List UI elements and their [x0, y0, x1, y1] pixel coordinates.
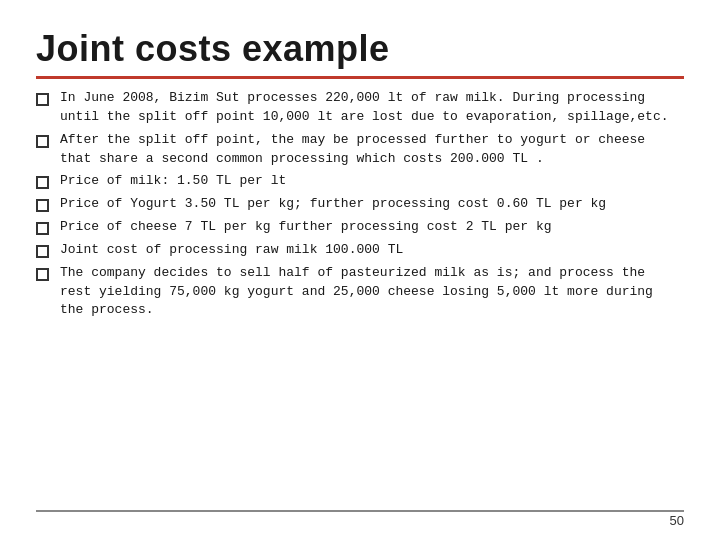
bullet-text: Price of milk: 1.50 TL per lt	[60, 172, 684, 191]
list-item: After the split off point, the may be pr…	[36, 131, 684, 169]
bullet-icon	[36, 245, 54, 255]
bullet-icon	[36, 222, 54, 232]
list-item: Price of Yogurt 3.50 TL per kg; further …	[36, 195, 684, 214]
bullet-text: Joint cost of processing raw milk 100.00…	[60, 241, 684, 260]
title-underline	[36, 76, 684, 79]
list-item: In June 2008, Bizim Sut processes 220,00…	[36, 89, 684, 127]
bottom-bar	[36, 510, 684, 512]
bullet-icon	[36, 135, 54, 145]
list-item: Price of cheese 7 TL per kg further proc…	[36, 218, 684, 237]
bullet-icon	[36, 199, 54, 209]
bullet-text: The company decides to sell half of past…	[60, 264, 684, 321]
slide: Joint costs example In June 2008, Bizim …	[0, 0, 720, 540]
list-item: The company decides to sell half of past…	[36, 264, 684, 321]
page-number: 50	[670, 513, 684, 528]
list-item: Joint cost of processing raw milk 100.00…	[36, 241, 684, 260]
bullet-icon	[36, 176, 54, 186]
bullet-icon	[36, 93, 54, 103]
bullet-list: In June 2008, Bizim Sut processes 220,00…	[36, 89, 684, 324]
bullet-text: After the split off point, the may be pr…	[60, 131, 684, 169]
bullet-text: In June 2008, Bizim Sut processes 220,00…	[60, 89, 684, 127]
bullet-text: Price of cheese 7 TL per kg further proc…	[60, 218, 684, 237]
slide-content: In June 2008, Bizim Sut processes 220,00…	[36, 89, 684, 502]
bullet-icon	[36, 268, 54, 278]
list-item: Price of milk: 1.50 TL per lt	[36, 172, 684, 191]
bullet-text: Price of Yogurt 3.50 TL per kg; further …	[60, 195, 684, 214]
slide-title: Joint costs example	[36, 28, 684, 70]
